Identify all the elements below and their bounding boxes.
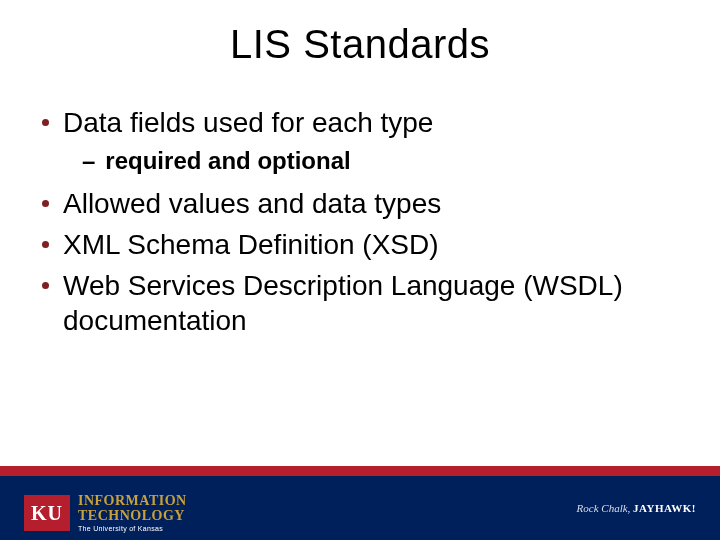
bullet-text: Data fields used for each type: [63, 105, 680, 140]
bullet-text: required and optional: [105, 146, 680, 176]
bullet-dot-icon: [42, 119, 49, 126]
dept-line-1: INFORMATION: [78, 494, 187, 509]
slide-footer: KU INFORMATION TECHNOLOGY The University…: [0, 466, 720, 540]
slide-title: LIS Standards: [0, 22, 720, 67]
bullet-text: XML Schema Definition (XSD): [63, 227, 680, 262]
bullet-dot-icon: [42, 282, 49, 289]
bullet-dot-icon: [42, 200, 49, 207]
footer-accent-bar: [0, 466, 720, 476]
slide: LIS Standards Data fields used for each …: [0, 0, 720, 540]
footer-background: KU INFORMATION TECHNOLOGY The University…: [0, 476, 720, 540]
bullet-text: Web Services Description Language (WSDL)…: [63, 268, 680, 338]
tagline-bold: JAYHAWK!: [633, 502, 696, 514]
ku-logo-mark: KU: [24, 495, 70, 531]
bullet-sub-item: – required and optional: [82, 146, 680, 176]
ku-logo-text: INFORMATION TECHNOLOGY The University of…: [78, 494, 187, 533]
ku-logo-block: KU INFORMATION TECHNOLOGY The University…: [24, 494, 187, 533]
bullet-dash-icon: –: [82, 146, 95, 176]
slide-content: Data fields used for each type – require…: [42, 105, 680, 344]
bullet-item: XML Schema Definition (XSD): [42, 227, 680, 262]
bullet-item: Web Services Description Language (WSDL)…: [42, 268, 680, 338]
bullet-item: Data fields used for each type: [42, 105, 680, 140]
dept-line-2: TECHNOLOGY: [78, 509, 187, 524]
dept-subtitle: The University of Kansas: [78, 525, 187, 532]
bullet-text: Allowed values and data types: [63, 186, 680, 221]
footer-tagline: Rock Chalk, JAYHAWK!: [577, 502, 696, 514]
bullet-dot-icon: [42, 241, 49, 248]
bullet-item: Allowed values and data types: [42, 186, 680, 221]
tagline-italic: Rock Chalk,: [577, 502, 631, 514]
